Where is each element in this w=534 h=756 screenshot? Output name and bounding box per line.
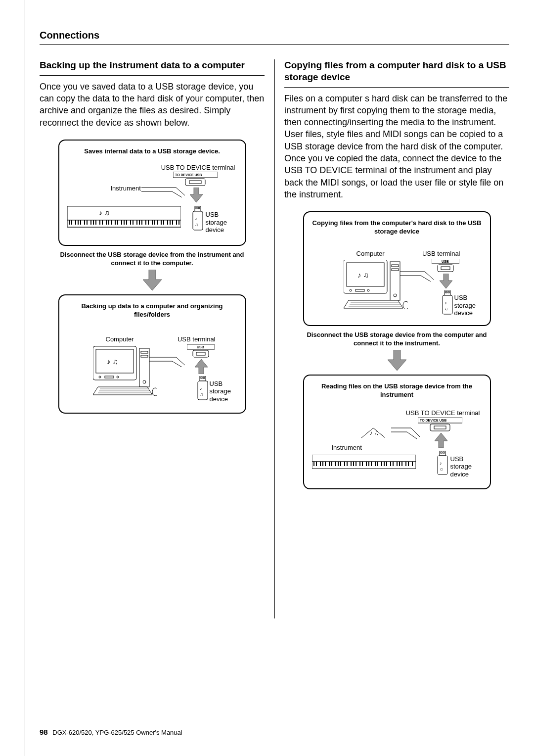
svg-rect-80 (441, 267, 450, 270)
svg-rect-21 (111, 220, 112, 225)
svg-rect-127 (366, 462, 367, 466)
transition-text-r: Disconnect the USB storage device from t… (303, 331, 491, 348)
svg-rect-124 (356, 462, 356, 466)
manual-title: DGX-620/520, YPG-625/525 Owner's Manual (52, 729, 182, 736)
svg-rect-118 (338, 462, 339, 466)
svg-rect-38 (163, 220, 164, 225)
svg-rect-122 (351, 462, 352, 466)
svg-text:♪ ♫: ♪ ♫ (357, 271, 369, 279)
diagram-copy-from-computer: Copying files from the computer's hard d… (303, 211, 491, 326)
svg-rect-30 (139, 220, 140, 225)
svg-rect-120 (344, 462, 345, 466)
svg-rect-24 (121, 220, 122, 225)
svg-rect-113 (322, 462, 323, 466)
svg-rect-125 (359, 462, 360, 466)
svg-text:♪: ♪ (440, 461, 442, 466)
svg-text:♫: ♫ (200, 392, 203, 397)
svg-text:♫: ♫ (445, 306, 448, 311)
svg-rect-87 (390, 262, 400, 300)
keyboard-instrument-icon: ♪ ♫ (67, 206, 181, 228)
svg-point-94 (403, 301, 408, 309)
svg-text:♫: ♫ (440, 467, 443, 472)
svg-rect-72 (201, 377, 202, 378)
svg-rect-146 (443, 452, 445, 453)
arrow-down-icon (440, 274, 452, 288)
svg-rect-27 (130, 220, 131, 225)
svg-rect-117 (335, 462, 336, 466)
svg-rect-136 (393, 462, 394, 466)
svg-rect-108 (312, 455, 416, 462)
svg-rect-46 (196, 207, 197, 209)
svg-rect-36 (157, 220, 158, 225)
svg-rect-8 (71, 220, 72, 225)
svg-rect-99 (443, 295, 452, 314)
usb-stick-icon: ♪♫ (441, 290, 454, 315)
svg-marker-143 (435, 433, 447, 448)
left-subheading: Backing up the instrument data to a comp… (40, 59, 265, 76)
svg-rect-139 (401, 462, 402, 466)
svg-rect-39 (167, 220, 168, 225)
left-column: Backing up the instrument data to a comp… (40, 59, 274, 489)
svg-rect-126 (362, 462, 363, 466)
svg-rect-131 (377, 462, 378, 466)
svg-marker-70 (195, 359, 208, 374)
label-computer: Computer (106, 335, 134, 343)
label-instrument-r: Instrument (332, 444, 362, 451)
diagram-save-to-usb: Saves internal data to a USB storage dev… (58, 140, 246, 246)
svg-rect-41 (172, 220, 173, 225)
svg-rect-26 (126, 220, 127, 225)
svg-rect-141 (408, 462, 409, 466)
svg-rect-134 (386, 462, 387, 466)
page-footer: 98 DGX-620/520, YPG-625/525 Owner's Manu… (40, 728, 182, 736)
label-usb-device2: USB storage device (210, 380, 244, 403)
diagram1-title: Saves internal data to a USB storage dev… (67, 147, 237, 156)
svg-marker-51 (143, 270, 162, 290)
svg-marker-102 (388, 350, 406, 371)
svg-rect-106 (434, 426, 446, 429)
diagram-read-on-instrument: Reading files on the USB storage device … (303, 375, 491, 489)
svg-rect-135 (390, 462, 391, 466)
svg-rect-145 (441, 452, 442, 453)
svg-rect-14 (90, 220, 91, 225)
diagram-r2-title: Reading files on the USB storage device … (312, 382, 482, 399)
svg-rect-10 (78, 220, 79, 225)
left-body: Once you ve saved data to a USB storage … (40, 81, 265, 129)
usb-stick-icon: ♪♫ (196, 376, 210, 401)
svg-rect-147 (438, 456, 447, 474)
usb-port-icon: TO DEVICE USB (173, 172, 218, 187)
svg-rect-16 (95, 220, 96, 225)
svg-marker-95 (440, 274, 452, 288)
page-content: Connections Backing up the instrument da… (0, 0, 534, 756)
flow-arrow-icon (143, 270, 162, 290)
svg-rect-63 (141, 351, 148, 353)
transition-text-1: Disconnect the USB storage device from t… (58, 251, 246, 268)
computer-icon: ♪ ♫ (93, 346, 157, 396)
usb-port-icon: TO DEVICE USB (418, 417, 462, 432)
svg-rect-55 (196, 352, 205, 355)
svg-text:TO DEVICE   USB: TO DEVICE USB (420, 419, 446, 422)
usb-stick-icon: ♪♫ (436, 451, 449, 475)
svg-rect-32 (145, 220, 146, 225)
svg-rect-48 (193, 211, 203, 230)
svg-rect-23 (117, 220, 118, 225)
svg-rect-62 (139, 348, 149, 387)
svg-text:USB: USB (197, 345, 204, 349)
arrow-up-icon (435, 433, 447, 448)
diagram-r1-title: Copying files from the computer's hard d… (312, 219, 482, 236)
svg-rect-109 (312, 462, 416, 469)
svg-rect-110 (313, 462, 314, 466)
music-notes-icon: ♪ ♫ (99, 209, 109, 217)
svg-text:♫: ♫ (195, 222, 198, 227)
keyboard-instrument-icon (312, 455, 416, 470)
label-usb-terminal-r: USB terminal (422, 250, 460, 257)
svg-rect-42 (176, 220, 177, 225)
arrow-up-icon (195, 359, 208, 374)
right-body: Files on a computer s hard disk can be t… (284, 93, 509, 201)
label-usb-device: USB storage device (206, 211, 240, 234)
svg-rect-12 (84, 220, 85, 225)
page-number: 98 (40, 728, 48, 736)
svg-rect-116 (331, 462, 332, 466)
svg-rect-28 (133, 220, 134, 225)
svg-rect-73 (203, 377, 205, 378)
svg-rect-128 (368, 462, 369, 466)
